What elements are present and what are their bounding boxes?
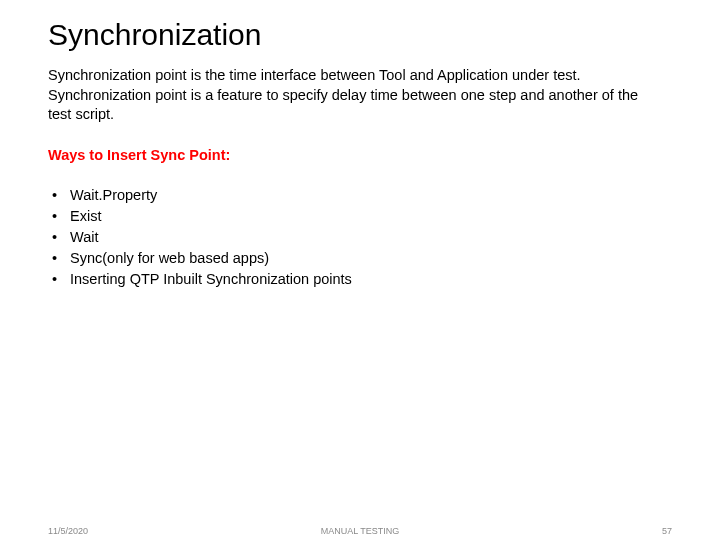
list-item: Sync(only for web based apps) — [48, 248, 672, 269]
list-item: Exist — [48, 206, 672, 227]
bullet-list: Wait.Property Exist Wait Sync(only for w… — [48, 185, 672, 290]
slide-title: Synchronization — [48, 18, 672, 52]
footer-center: MANUAL TESTING — [0, 526, 720, 536]
body-paragraph: Synchronization point is the time interf… — [48, 66, 648, 125]
list-item: Wait — [48, 227, 672, 248]
list-item: Inserting QTP Inbuilt Synchronization po… — [48, 269, 672, 290]
list-item: Wait.Property — [48, 185, 672, 206]
footer-page-number: 57 — [662, 526, 672, 536]
subheading: Ways to Insert Sync Point: — [48, 147, 672, 163]
slide: Synchronization Synchronization point is… — [0, 0, 720, 540]
